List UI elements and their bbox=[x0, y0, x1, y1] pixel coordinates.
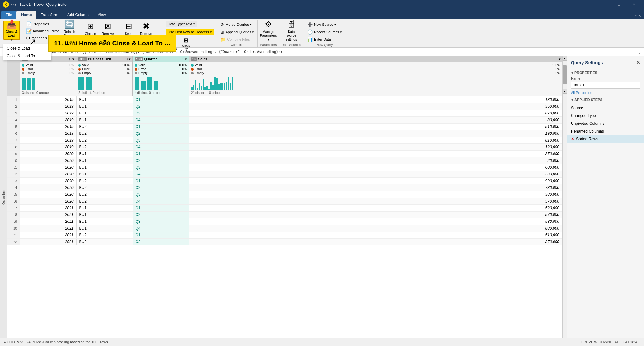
query-settings-title: Query Settings bbox=[571, 60, 603, 65]
scroll-thumb[interactable] bbox=[563, 65, 567, 84]
data-type-label: Data Type: Text ▾ bbox=[168, 22, 195, 26]
new-source-button[interactable]: ➕ New Source ▾ bbox=[306, 21, 337, 28]
query-settings-panel: Query Settings ✕ PROPERTIES Name All Pro… bbox=[567, 56, 644, 338]
all-properties-link[interactable]: All Properties bbox=[567, 89, 644, 96]
tab-transform[interactable]: Transform bbox=[36, 11, 63, 19]
row-number: 15 bbox=[7, 191, 20, 198]
help-icon[interactable]: ? bbox=[639, 14, 641, 19]
merge-label: Merge Queries ▾ bbox=[225, 23, 252, 27]
v-scrollbar[interactable]: ▲ ▼ bbox=[562, 56, 567, 338]
append-queries-button[interactable]: ⊞ Append Queries ▾ bbox=[219, 29, 255, 35]
data-source-settings-button[interactable]: 🗄 Data sourcesettings bbox=[283, 21, 299, 40]
combine-files-button[interactable]: 📁 Combine Files bbox=[219, 36, 251, 43]
sales-bar-9 bbox=[208, 89, 210, 90]
applied-steps-section-title: APPLIED STEPS bbox=[567, 96, 644, 103]
year-filter-icon[interactable]: ▾ bbox=[72, 57, 74, 61]
new-source-icon: ➕ bbox=[307, 22, 313, 27]
step-item-unpivoted-columns[interactable]: Unpivoted Columns bbox=[567, 120, 644, 127]
cell-quarter: Q4 bbox=[133, 117, 189, 124]
minimize-button[interactable]: — bbox=[597, 0, 612, 9]
sort-asc-button[interactable]: ↑ bbox=[156, 22, 161, 29]
enter-data-button[interactable]: 📊 Enter Data bbox=[306, 36, 332, 43]
new-source-label: New Source ▾ bbox=[314, 23, 336, 27]
table-row: 212021BU2Q1510,000 bbox=[7, 232, 562, 239]
step-item-changed-type[interactable]: Changed Type bbox=[567, 112, 644, 120]
arrow-indicator: ↙ bbox=[29, 37, 36, 48]
table-row: 172021BU1Q1520,000 bbox=[7, 205, 562, 212]
sales-empty-label: Empty bbox=[195, 71, 204, 75]
name-input[interactable] bbox=[571, 82, 640, 89]
cell-bu: BU1 bbox=[76, 103, 133, 110]
params-content: ⚙ ManageParameters ▾ bbox=[260, 21, 277, 43]
cell-quarter: Q3 bbox=[133, 137, 189, 144]
cell-sales: 120,000 bbox=[189, 144, 562, 151]
quarter-sort-icon[interactable]: ↑↓ bbox=[181, 57, 185, 61]
cell-year: 2019 bbox=[20, 117, 76, 124]
tab-home[interactable]: Home bbox=[16, 11, 36, 19]
merge-icon: ⊕ bbox=[220, 22, 224, 27]
first-row-header-button[interactable]: Use First Row as Headers ▾ bbox=[166, 29, 214, 35]
name-label: Name bbox=[567, 76, 644, 81]
row-number: 6 bbox=[7, 130, 20, 137]
cell-year: 2020 bbox=[20, 151, 76, 157]
scroll-down-btn[interactable]: ▼ bbox=[563, 89, 567, 94]
col-header-quarter: ABC Quarter ↑↓ ▾ Valid100% Error0% Empty… bbox=[133, 56, 189, 96]
cell-bu: BU2 bbox=[76, 137, 133, 144]
new-query-content: ➕ New Source ▾ 🕐 Recent Sources ▾ 📊 Ente… bbox=[306, 21, 343, 43]
properties-button[interactable]: 📄 Properties bbox=[25, 21, 60, 27]
cell-bu: BU1 bbox=[76, 164, 133, 171]
advanced-editor-button[interactable]: 📝 Advanced Editor bbox=[25, 28, 60, 34]
quarter-filter-icon[interactable]: ▾ bbox=[185, 57, 187, 61]
sales-bar-13 bbox=[216, 78, 218, 90]
bu-sort-icon[interactable]: ↑↓ bbox=[125, 57, 128, 61]
bu-filter-icon[interactable]: ▾ bbox=[129, 57, 130, 61]
sales-empty-pct: 0% bbox=[556, 71, 560, 75]
recent-sources-button[interactable]: 🕐 Recent Sources ▾ bbox=[306, 29, 343, 35]
manage-params-label: ManageParameters ▾ bbox=[260, 30, 277, 42]
year-empty-pct: 0% bbox=[70, 71, 74, 75]
cell-quarter: Q2 bbox=[133, 239, 189, 245]
sales-filter-icon[interactable]: ▾ bbox=[559, 57, 560, 61]
scroll-up-btn[interactable]: ▲ bbox=[563, 56, 567, 61]
advanced-editor-label: Advanced Editor bbox=[33, 29, 59, 33]
table-row: 152020BU2Q3380,000 bbox=[7, 191, 562, 198]
cell-bu: BU1 bbox=[76, 117, 133, 124]
row-number: 14 bbox=[7, 184, 20, 191]
query-settings-close-icon[interactable]: ✕ bbox=[636, 59, 640, 65]
sales-bar-8 bbox=[206, 86, 208, 90]
cell-quarter: Q1 bbox=[133, 232, 189, 239]
instruction-banner: 11. แถบ Home คลิก Close & Load To … bbox=[48, 35, 176, 52]
year-distinct: 3 distinct, 0 unique bbox=[20, 90, 76, 96]
formula-expand-icon[interactable]: ⌄ bbox=[638, 49, 641, 54]
year-sort-icon[interactable]: ↑↓ bbox=[69, 57, 72, 61]
merge-queries-button[interactable]: ⊕ Merge Queries ▾ bbox=[219, 21, 253, 28]
title-bar-left: X ▪ ▪ ▸ Table1 - Power Query Editor bbox=[3, 1, 68, 8]
cell-quarter: Q4 bbox=[133, 171, 189, 178]
data-type-button[interactable]: Data Type: Text ▾ bbox=[166, 21, 197, 27]
tab-file[interactable]: File bbox=[1, 11, 16, 19]
q-empty-label: Empty bbox=[138, 71, 147, 75]
step-item-source[interactable]: Source bbox=[567, 104, 644, 112]
cell-bu: BU1 bbox=[76, 110, 133, 117]
maximize-button[interactable]: □ bbox=[612, 0, 627, 9]
close-load-menu-item[interactable]: Close & Load bbox=[3, 44, 51, 52]
sales-empty-dot bbox=[191, 72, 194, 74]
tab-view[interactable]: View bbox=[93, 11, 110, 19]
group-by-button[interactable]: ⊞ GroupBy bbox=[180, 37, 193, 50]
col-header-bu: ABC Business Unit ↑↓ ▾ Valid100% Error0%… bbox=[76, 56, 133, 96]
tab-add-column[interactable]: Add Column bbox=[63, 11, 93, 19]
sales-bar-18 bbox=[226, 82, 227, 90]
manage-params-button[interactable]: ⚙ ManageParameters ▾ bbox=[260, 21, 277, 40]
data-sources-label: Data Sources bbox=[281, 43, 301, 47]
cell-sales: 600,000 bbox=[189, 164, 562, 171]
step-item-sorted-rows[interactable]: ✕Sorted Rows bbox=[567, 135, 644, 143]
keep-rows-icon: ⊟ bbox=[125, 21, 132, 31]
step-item-renamed-columns[interactable]: Renamed Columns bbox=[567, 127, 644, 135]
close-button[interactable]: ✕ bbox=[627, 0, 641, 9]
cell-year: 2020 bbox=[20, 178, 76, 184]
cell-bu: BU1 bbox=[76, 225, 133, 232]
close-load-button[interactable]: 📥 Close &Load ▾ bbox=[3, 21, 20, 40]
ribbon-collapse-icon[interactable]: ⌃ bbox=[635, 14, 638, 19]
bu-valid-dot bbox=[78, 64, 81, 67]
close-load-to-menu-item[interactable]: Close & Load To... bbox=[3, 52, 51, 60]
